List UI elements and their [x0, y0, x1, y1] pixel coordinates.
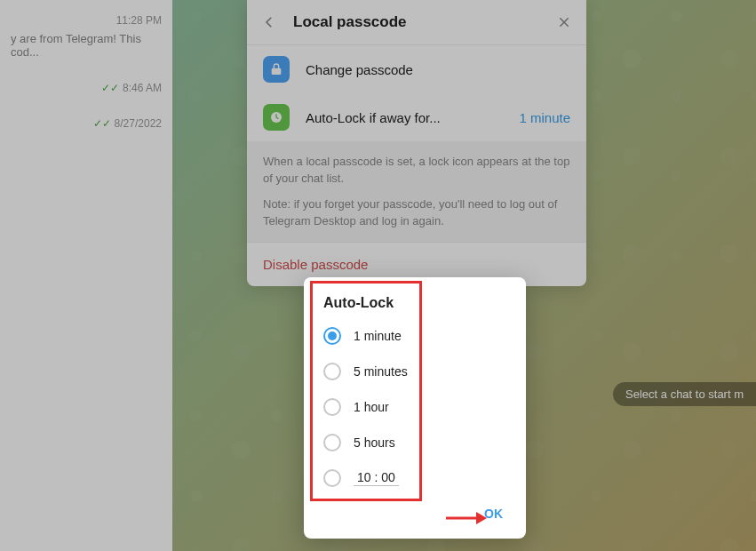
auto-lock-option-5-minutes[interactable]: 5 minutes: [304, 354, 526, 389]
option-label: 1 hour: [354, 400, 389, 414]
auto-lock-option-custom[interactable]: 10 : 00: [304, 460, 526, 496]
dialog-title: Auto-Lock: [304, 295, 526, 318]
radio-icon: [323, 363, 341, 380]
auto-lock-option-5-hours[interactable]: 5 hours: [304, 425, 526, 460]
radio-icon: [323, 469, 341, 487]
auto-lock-dialog: Auto-Lock 1 minute 5 minutes 1 hour 5 ho…: [304, 277, 526, 539]
option-label: 5 minutes: [354, 364, 408, 379]
radio-icon: [323, 434, 341, 451]
custom-time-input[interactable]: 10 : 00: [354, 470, 399, 486]
auto-lock-option-1-minute[interactable]: 1 minute: [304, 318, 526, 354]
radio-icon: [323, 327, 341, 345]
option-label: 5 hours: [354, 435, 395, 450]
radio-icon: [323, 398, 341, 416]
ok-button[interactable]: OK: [475, 501, 512, 526]
auto-lock-option-1-hour[interactable]: 1 hour: [304, 389, 526, 425]
option-label: 1 minute: [354, 329, 402, 343]
